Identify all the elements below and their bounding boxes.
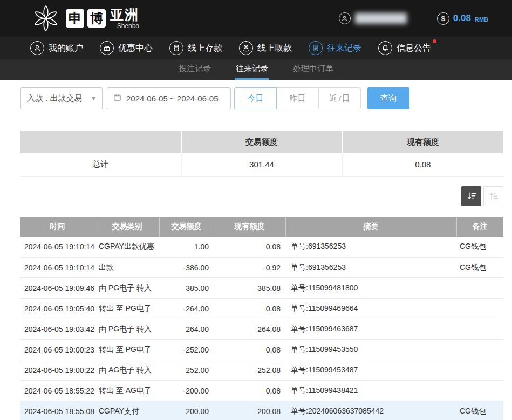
cell-balance: 252.08 (214, 360, 285, 381)
search-button[interactable]: 查询 (367, 87, 409, 109)
nav-item-promotions[interactable]: 优惠中心 (100, 41, 153, 55)
cell-balance: 0.08 (214, 237, 285, 258)
summary-total-label: 总计 (20, 153, 181, 176)
user-icon (339, 12, 351, 24)
cell-type: CGPAY支付 (95, 401, 159, 420)
cell-time: 2024-06-05 18:55:08 (20, 401, 95, 420)
dollar-icon: $ (437, 12, 449, 25)
cell-amount: 1.00 (159, 237, 214, 258)
tab-transaction-records[interactable]: 往来记录 (235, 59, 269, 80)
summary-header-amount: 交易额度 (181, 131, 342, 153)
calendar-icon (113, 93, 122, 104)
cell-note (456, 319, 503, 340)
transactions-body: 2024-06-05 19:10:14 CGPAY出款优惠 1.00 0.08 … (20, 237, 503, 420)
cell-time: 2024-06-05 19:05:40 (20, 299, 95, 319)
balance-amount: 0.08 (453, 13, 471, 24)
cell-note: CG钱包 (456, 401, 503, 420)
table-row: 2024-06-05 19:00:23 转出 至 PG电子 -252.00 0.… (20, 340, 503, 360)
sort-controls (20, 186, 503, 206)
cell-amount: 200.00 (159, 401, 214, 420)
cell-time: 2024-06-05 19:00:23 (20, 340, 95, 360)
transactions-table: 时间 交易类别 交易额度 现有额度 摘要 备注 2024-06-05 19:10… (20, 217, 503, 420)
table-row: 2024-06-05 19:05:40 转出 至 PG电子 -264.00 0.… (20, 299, 503, 319)
nav-label: 我的账户 (49, 43, 83, 54)
withdraw-icon (239, 41, 253, 55)
records-icon (309, 41, 323, 55)
cell-type: 由 PG电子 转入 (95, 278, 159, 299)
cell-amount: 385.00 (159, 278, 214, 299)
quick-yesterday-button[interactable]: 昨日 (276, 87, 319, 109)
date-range-input[interactable]: 2024-06-05 ~ 2024-06-05 (107, 87, 231, 109)
summary-header-balance: 现有额度 (342, 131, 503, 153)
date-range-value: 2024-06-05 ~ 2024-06-05 (126, 94, 219, 103)
table-row: 2024-06-05 18:55:22 转出 至 AG电子 -200.00 0.… (20, 381, 503, 401)
nav-item-withdraw[interactable]: 线上取款 (239, 41, 292, 55)
username-blurred (355, 13, 407, 24)
cell-note (456, 299, 503, 319)
deposit-icon (169, 41, 183, 55)
top-header: 申 博 亚洲 Shenbo $ 0.08 RMB (0, 0, 512, 37)
nav-item-my-account[interactable]: 我的账户 (30, 41, 83, 55)
tab-pending-orders[interactable]: 处理中订单 (292, 59, 334, 80)
table-row: 2024-06-05 19:00:22 由 AG电子 转入 252.00 252… (20, 360, 503, 381)
user-account[interactable] (339, 12, 407, 24)
bell-icon (378, 41, 392, 55)
lotus-flower-icon (31, 4, 60, 33)
nav-label: 优惠中心 (118, 43, 153, 54)
sort-ascending-button[interactable] (483, 186, 503, 206)
nav-label: 信息公告 (397, 43, 431, 54)
nav-item-announcements[interactable]: 信息公告 (378, 41, 431, 55)
table-row: 2024-06-05 18:55:08 CGPAY支付 200.00 200.0… (20, 401, 503, 420)
summary-total-row: 总计 301.44 0.08 (20, 153, 503, 176)
cell-note: CG钱包 (456, 237, 503, 258)
col-header-note: 备注 (456, 217, 503, 237)
nav-item-transaction-records[interactable]: 往来记录 (309, 41, 361, 55)
cell-summary: 单号:115099453487 (285, 360, 456, 381)
tab-bet-records[interactable]: 投注记录 (178, 59, 212, 80)
nav-label: 线上存款 (188, 43, 222, 54)
cell-type: 由 PG电子 转入 (95, 319, 159, 340)
cell-summary: 单号:115099463687 (285, 319, 456, 340)
cell-summary: 单号:115099438421 (285, 381, 456, 401)
cell-balance: 264.08 (214, 319, 285, 340)
table-row: 2024-06-05 19:09:46 由 PG电子 转入 385.00 385… (20, 278, 503, 299)
summary-total-amount: 301.44 (181, 153, 342, 176)
cell-amount: -200.00 (159, 381, 214, 401)
cell-balance: 0.08 (214, 340, 285, 360)
cell-type: 由 AG电子 转入 (95, 360, 159, 381)
cell-summary: 单号:691356253 (285, 237, 456, 258)
nav-item-deposit[interactable]: 线上存款 (169, 41, 222, 55)
cell-type: 转出 至 PG电子 (95, 340, 159, 360)
cell-summary: 单号:115099453550 (285, 340, 456, 360)
cell-type: 转出 至 AG电子 (95, 381, 159, 401)
brand-logo[interactable]: 申 博 亚洲 Shenbo (31, 4, 139, 33)
cell-type: 出款 (95, 258, 159, 278)
cell-note (456, 360, 503, 381)
cell-balance: 0.08 (214, 299, 285, 319)
nav-label: 线上取款 (257, 43, 292, 54)
quick-today-button[interactable]: 今日 (234, 87, 277, 109)
sort-descending-button[interactable] (461, 186, 481, 206)
cell-time: 2024-06-05 19:09:46 (20, 278, 95, 299)
cell-balance: 385.08 (214, 278, 285, 299)
cell-time: 2024-06-05 19:00:22 (20, 360, 95, 381)
quick-last7days-button[interactable]: 近7日 (318, 87, 361, 109)
chevron-down-icon: ▼ (91, 95, 97, 101)
main-navigation: 我的账户 优惠中心 线上存款 线上取款 往来记录 信息公告 (0, 37, 512, 59)
cell-type: 转出 至 PG电子 (95, 299, 159, 319)
table-row: 2024-06-05 19:10:14 CGPAY出款优惠 1.00 0.08 … (20, 237, 503, 258)
brand-char-2: 博 (87, 9, 106, 28)
col-header-amount: 交易额度 (159, 217, 214, 237)
sub-navigation: 投注记录 往来记录 处理中订单 (0, 59, 512, 80)
summary-header-empty (20, 131, 181, 153)
selected-type: 入款 . 出款交易 (27, 93, 83, 104)
cell-amount: 252.00 (159, 360, 214, 381)
balance-display[interactable]: $ 0.08 RMB (437, 12, 488, 25)
cell-summary: 单号:202406063637085442 (285, 401, 456, 420)
user-icon (30, 41, 44, 55)
cell-note (456, 381, 503, 401)
nav-label: 往来记录 (327, 43, 361, 54)
cell-time: 2024-06-05 19:10:14 (20, 258, 95, 278)
cell-balance: 0.08 (214, 381, 285, 401)
transaction-type-select[interactable]: 入款 . 出款交易 ▼ (20, 87, 103, 109)
